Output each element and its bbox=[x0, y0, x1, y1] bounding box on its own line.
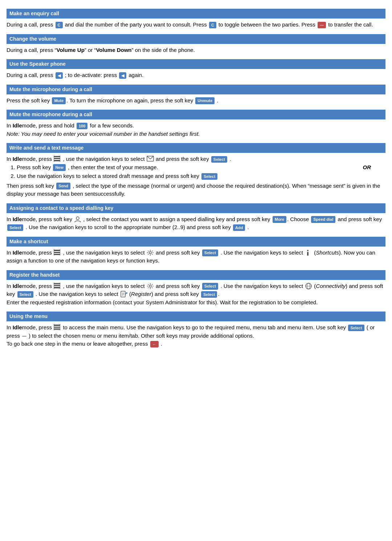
bold-text: Idle bbox=[13, 283, 22, 289]
button-badge: — bbox=[318, 22, 326, 29]
button-badge: Mute bbox=[52, 97, 66, 104]
section-make-shortcut: Make a shortcutIn Idlemode, press , use … bbox=[7, 237, 385, 265]
paragraph: In Idlemode, press soft key , select the… bbox=[7, 215, 385, 232]
button-badge: Unmute bbox=[195, 97, 215, 104]
svg-point-5 bbox=[76, 217, 79, 220]
button-badge: Select bbox=[202, 249, 218, 256]
section-heading: Mute the microphone during a call bbox=[7, 85, 385, 94]
svg-rect-0 bbox=[54, 156, 60, 157]
section-body: In Idlemode, press , use the navigation … bbox=[7, 282, 385, 307]
svg-rect-8 bbox=[54, 254, 60, 255]
paragraph: In Idlemode, press , use the navigation … bbox=[7, 249, 385, 265]
svg-rect-15 bbox=[54, 287, 60, 288]
italic-text: Connectivity bbox=[316, 283, 346, 289]
app-container: Make an enquiry callDuring a call, press… bbox=[7, 9, 385, 348]
section-speaker-phone: Use the Speaker phoneDuring a call, pres… bbox=[7, 59, 385, 80]
section-body: In Idlemode, press to access the main me… bbox=[7, 324, 385, 348]
section-body: In Idlemode, press soft key , select the… bbox=[7, 215, 385, 232]
button-badge: 100 bbox=[77, 123, 87, 130]
paragraph: During a call, press C and dial the numb… bbox=[7, 21, 385, 29]
menu-icon bbox=[54, 249, 61, 256]
button-badge: Select bbox=[201, 291, 217, 298]
button-badge: Select bbox=[201, 173, 217, 180]
paragraph: Enter the requested registration informa… bbox=[7, 298, 385, 307]
svg-rect-7 bbox=[54, 252, 60, 253]
button-badge: Add bbox=[233, 224, 245, 231]
svg-point-11 bbox=[307, 250, 309, 251]
section-speed-dial: Assigning a contact to a speed dialling … bbox=[7, 203, 385, 232]
svg-rect-26 bbox=[54, 327, 60, 328]
contacts-icon bbox=[74, 216, 81, 223]
bold-text: Idle bbox=[13, 216, 22, 222]
menu-icon bbox=[54, 324, 61, 331]
or-label: OR bbox=[352, 163, 371, 172]
button-badge: New bbox=[53, 164, 66, 171]
italic-text: Register bbox=[131, 291, 151, 297]
menu-icon bbox=[54, 283, 61, 289]
svg-rect-1 bbox=[54, 158, 60, 159]
button-badge: ← bbox=[150, 341, 159, 348]
envelope-icon bbox=[147, 156, 154, 162]
button-badge: Select bbox=[7, 224, 23, 231]
svg-rect-13 bbox=[54, 284, 60, 284]
section-using-menu: Using the menuIn Idlemode, press to acce… bbox=[7, 312, 385, 348]
section-heading: Use the Speaker phone bbox=[7, 59, 385, 69]
settings-icon bbox=[147, 249, 154, 256]
section-write-send-text: Write and send a text messageIn Idlemode… bbox=[7, 143, 385, 198]
button-badge: Speed dial bbox=[311, 216, 335, 223]
section-body: During a call, press ◀ ; to de-activate:… bbox=[7, 71, 385, 80]
ordered-list-wrapper: Press soft key New , then enter the text… bbox=[7, 163, 385, 180]
svg-rect-12 bbox=[307, 252, 309, 256]
button-badge: ◀ bbox=[56, 72, 63, 79]
menu-icon bbox=[54, 156, 61, 162]
button-badge: C bbox=[209, 22, 216, 29]
svg-rect-25 bbox=[54, 325, 60, 326]
list-item: Press soft key New , then enter the text… bbox=[17, 163, 385, 172]
button-badge: Select bbox=[348, 325, 364, 331]
section-heading: Register the handset bbox=[7, 270, 385, 280]
button-badge: Select bbox=[17, 291, 33, 298]
section-change-volume: Change the volumeDuring a call, press “V… bbox=[7, 34, 385, 54]
section-body: In Idlemode, press , use the navigation … bbox=[7, 249, 385, 265]
paragraph: Press the soft key Mute. To turn the mic… bbox=[7, 97, 385, 105]
ordered-list: Press soft key New , then enter the text… bbox=[17, 163, 385, 180]
section-heading: Assigning a contact to a speed dialling … bbox=[7, 203, 385, 213]
svg-rect-2 bbox=[54, 160, 60, 161]
bold-text: Idle bbox=[13, 324, 22, 330]
section-body: In Idlemode, press and hold 100 for a fe… bbox=[7, 122, 385, 138]
svg-rect-6 bbox=[54, 250, 60, 251]
section-mute-mic: Mute the microphone during a callPress t… bbox=[7, 85, 385, 105]
section-register-handset: Register the handsetIn Idlemode, press ,… bbox=[7, 270, 385, 307]
paragraph: During a call, press “Volume Up” or “Vol… bbox=[7, 46, 385, 54]
button-badge: More bbox=[273, 216, 286, 223]
bold-text: Volume Down bbox=[96, 47, 131, 53]
button-badge: Select bbox=[202, 283, 218, 290]
section-heading: Change the volume bbox=[7, 34, 385, 44]
list-item: Use the navigation keys to select a stor… bbox=[17, 172, 385, 180]
paragraph: In Idlemode, press , use the navigation … bbox=[7, 282, 385, 298]
section-enquiry-call: Make an enquiry callDuring a call, press… bbox=[7, 9, 385, 29]
section-body: In Idlemode, press , use the navigation … bbox=[7, 155, 385, 198]
paragraph: Then press soft key Send , select the ty… bbox=[7, 182, 385, 198]
button-badge: ◀ bbox=[119, 72, 126, 79]
bold-text: Idle bbox=[13, 249, 22, 256]
button-badge: C bbox=[56, 22, 63, 29]
globe-icon bbox=[305, 283, 312, 289]
section-mute-mic-2: Mute the microphone during a callIn Idle… bbox=[7, 110, 385, 138]
settings-icon bbox=[147, 283, 154, 289]
section-body: During a call, press C and dial the numb… bbox=[7, 21, 385, 29]
svg-rect-27 bbox=[54, 329, 60, 329]
section-heading: Make an enquiry call bbox=[7, 9, 385, 19]
italic-paragraph: Note: You may need to enter your voicema… bbox=[7, 130, 385, 138]
button-badge: Send bbox=[56, 183, 70, 190]
bold-text: Idle bbox=[13, 156, 22, 162]
paragraph: During a call, press ◀ ; to de-activate:… bbox=[7, 71, 385, 80]
button-badge bbox=[22, 336, 26, 337]
bold-text: Volume Up bbox=[57, 47, 85, 53]
paragraph: To go back one step in the menu or leave… bbox=[7, 340, 385, 348]
svg-rect-14 bbox=[54, 285, 60, 286]
section-body: Press the soft key Mute. To turn the mic… bbox=[7, 97, 385, 105]
section-heading: Make a shortcut bbox=[7, 237, 385, 247]
button-badge: Select bbox=[211, 156, 227, 163]
bold-text: Idle bbox=[13, 122, 22, 129]
